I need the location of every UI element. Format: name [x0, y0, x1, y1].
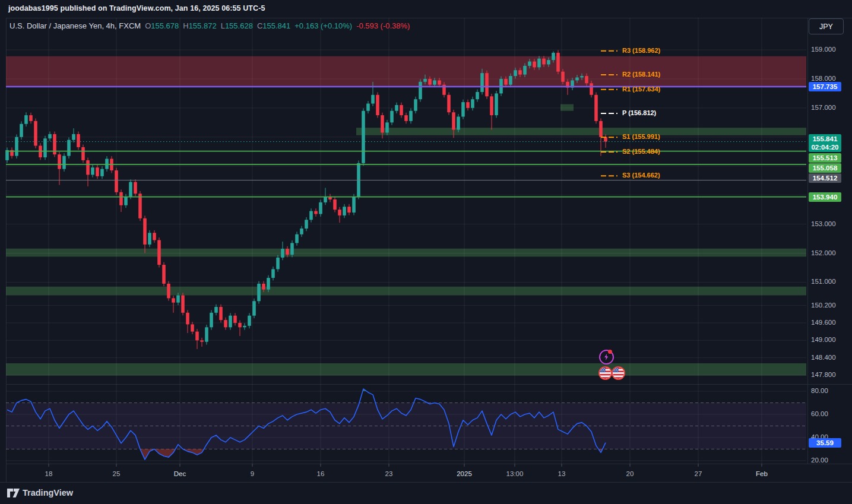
symbol-title[interactable]: U.S. Dollar / Japanese Yen, 4h, FXCM	[9, 21, 141, 30]
demand-zone-148[interactable]	[6, 363, 806, 376]
price-label-154.512: 154.512	[809, 173, 841, 183]
candlestick-series	[5, 50, 607, 348]
ohlc-l: L155.628	[221, 21, 253, 30]
tradingview-published-chart: joodabas1995 published on TradingView.co…	[0, 0, 852, 504]
price-tick-label: 153.000	[811, 220, 836, 227]
price-label-155.841: 155.84102:04:20	[809, 134, 841, 152]
time-axis-label: 25	[113, 470, 121, 477]
price-label-155.513: 155.513	[809, 153, 841, 163]
pivot-label-s3[interactable]: S3 (154.662)	[622, 172, 660, 179]
time-axis-label: Feb	[756, 470, 768, 477]
price-tick-label: 151.000	[811, 278, 836, 285]
change-value-secondary: -0.593 (-0.38%)	[356, 21, 410, 30]
us-flag-icon	[600, 367, 611, 379]
demand-zone-150[interactable]	[6, 287, 806, 296]
ohlc-c: C155.841	[257, 21, 290, 30]
ohlc-values: O155.678H155.872L155.628C155.841	[145, 21, 294, 30]
price-label-155.058: 155.058	[809, 163, 841, 173]
time-axis-label: 20	[626, 470, 634, 477]
price-tick-label: 147.800	[811, 371, 836, 378]
time-axis-label: 16	[317, 470, 325, 477]
price-label-153.940: 153.940	[809, 192, 841, 202]
currency-button[interactable]: JPY	[809, 18, 844, 34]
demand-zone-156[interactable]	[356, 128, 806, 135]
lightning-bolt-icon	[603, 353, 610, 361]
change-value: +0.163 (+0.10%)	[294, 21, 352, 30]
small-zone-157[interactable]	[560, 104, 574, 110]
pivot-label-s1[interactable]: S1 (155.991)	[622, 133, 660, 140]
horizontal-lines	[6, 87, 806, 197]
time-axis-label: 13:00	[506, 470, 524, 477]
tradingview-logo-icon[interactable]	[7, 488, 20, 498]
time-axis-label: 23	[385, 470, 393, 477]
ohlc-o: O155.678	[145, 21, 179, 30]
rsi-value-label: 35.59	[809, 438, 841, 448]
time-axis-label: 2025	[457, 470, 472, 477]
symbol-legend: U.S. Dollar / Japanese Yen, 4h, FXCMO155…	[9, 21, 410, 30]
price-zones	[6, 56, 806, 376]
price-tick-label: 149.000	[811, 336, 836, 343]
us-flag-event-icon[interactable]	[598, 366, 612, 380]
rsi-tick-label: 60.00	[811, 410, 828, 417]
countdown-timer: 02:04:20	[811, 143, 838, 151]
pivot-label-r3[interactable]: R3 (158.962)	[622, 47, 660, 54]
us-flag-icon	[613, 367, 624, 379]
price-tick-label: 157.000	[811, 104, 836, 111]
ohlc-h: H155.872	[183, 21, 216, 30]
rsi-band	[6, 403, 806, 449]
pivot-label-s2[interactable]: S2 (155.484)	[622, 148, 660, 155]
pivot-label-p[interactable]: P (156.812)	[622, 109, 656, 116]
price-tick-label: 148.400	[811, 354, 836, 361]
pivot-label-r1[interactable]: R1 (157.634)	[622, 85, 660, 93]
price-label-157.735: 157.735	[809, 82, 841, 91]
time-axis-label: 9	[251, 470, 254, 477]
supply-zone-158[interactable]	[6, 56, 806, 87]
us-flag-event-icon[interactable]	[612, 366, 625, 380]
time-axis-label: Dec	[174, 470, 186, 477]
price-tick-label: 152.000	[811, 249, 836, 256]
event-notification-dot	[608, 350, 612, 354]
pivot-label-r2[interactable]: R2 (158.141)	[622, 71, 660, 78]
tradingview-wordmark[interactable]: TradingView	[23, 488, 73, 497]
rsi-tick-label: 80.00	[811, 387, 828, 394]
price-tick-label: 150.200	[811, 302, 836, 309]
demand-zone-152[interactable]	[6, 249, 806, 257]
rsi-tick-label: 20.00	[811, 457, 828, 464]
price-tick-label: 159.000	[811, 46, 836, 53]
chart-surface[interactable]	[0, 0, 852, 504]
time-axis-label: 13	[558, 470, 566, 477]
price-tick-label: 149.600	[811, 319, 836, 326]
time-axis-label: 27	[695, 470, 702, 477]
time-axis-label: 18	[45, 470, 53, 477]
price-tick-label: 158.000	[811, 75, 836, 82]
